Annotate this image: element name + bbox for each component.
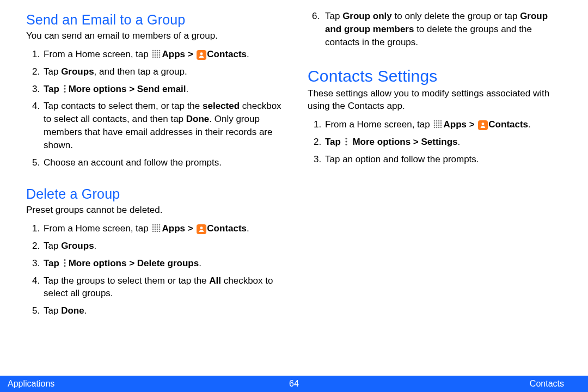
step-text: Tap (325, 137, 344, 147)
period: . (528, 119, 531, 130)
step-text: Tap (44, 258, 62, 268)
content-columns: Send an Email to a Group You can send an… (0, 0, 588, 370)
bold-text: selected (203, 101, 240, 111)
page: Send an Email to a Group You can send an… (0, 0, 588, 392)
bold-text: All (209, 275, 221, 286)
continued-steps-delete-group: Tap Group only to only delete the group … (308, 8, 566, 51)
period: . (247, 49, 249, 59)
step-item: Tap Group only to only delete the group … (324, 8, 566, 51)
intro-delete-group: Preset groups cannot be deleted. (26, 204, 285, 217)
contacts-icon (478, 120, 488, 130)
step-item: From a Home screen, tap Apps > Contacts. (42, 220, 285, 237)
step-text: Tap contacts to select them, or tap the (44, 101, 203, 111)
contacts-icon (197, 50, 206, 60)
apps-label: Apps > (162, 49, 195, 59)
step-text: Tap (44, 66, 61, 77)
step-text: to only delete the group or tap (392, 11, 520, 21)
more-options-icon (62, 259, 68, 267)
bold-text: More options > Send email (69, 84, 186, 94)
intro-contacts-settings: These settings allow you to modify setti… (308, 88, 566, 113)
contacts-icon (197, 224, 206, 234)
heading-contacts-settings: Contacts Settings (308, 67, 566, 85)
step-text: , and then tap a group. (94, 66, 187, 77)
step-text: Tap (44, 241, 61, 251)
step-item: From a Home screen, tap Apps > Contacts. (42, 46, 285, 63)
step-item: Tap an option and follow the prompts. (324, 151, 566, 168)
bold-text: Done (186, 114, 210, 124)
steps-delete-group: From a Home screen, tap Apps > Contacts.… (26, 220, 285, 320)
step-item: Tap Groups. (42, 237, 285, 255)
step-item: Tap More options > Send email. (42, 81, 285, 98)
bold-text: Groups (61, 241, 94, 251)
period: . (458, 137, 461, 147)
period: . (84, 305, 87, 316)
contacts-label: Contacts (488, 119, 528, 130)
period: . (94, 241, 97, 251)
footer-right-label: Contacts (530, 379, 564, 389)
bold-text: Done (61, 305, 84, 316)
apps-grid-icon (152, 224, 161, 232)
period: . (199, 258, 201, 268)
contacts-label: Contacts (207, 223, 247, 234)
step-item: From a Home screen, tap Apps > Contacts. (324, 116, 566, 133)
step-text: Tap the groups to select them or tap the (44, 275, 209, 286)
heading-delete-group: Delete a Group (26, 186, 285, 202)
step-text: Tap (44, 305, 61, 316)
bold-text: More options > Settings (350, 137, 458, 147)
step-text: From a Home screen, tap (44, 223, 151, 234)
step-item: Tap contacts to select them, or tap the … (42, 97, 285, 154)
heading-send-email: Send an Email to a Group (26, 12, 285, 28)
apps-grid-icon (433, 120, 442, 128)
more-options-icon (344, 137, 349, 146)
apps-grid-icon (152, 50, 161, 58)
steps-contacts-settings: From a Home screen, tap Apps > Contacts.… (308, 116, 566, 168)
step-item: Tap More options > Settings. (324, 133, 566, 151)
apps-label: Apps > (443, 119, 477, 130)
apps-label: Apps > (162, 223, 195, 234)
step-text: From a Home screen, tap (44, 49, 151, 59)
step-item: Tap Groups, and then tap a group. (42, 63, 285, 81)
step-item: Tap the groups to select them or tap the… (42, 272, 285, 303)
contacts-label: Contacts (207, 49, 247, 59)
step-item: Choose an account and follow the prompts… (42, 154, 285, 171)
period: . (186, 84, 189, 94)
period: . (247, 223, 249, 234)
step-text: Tap (325, 11, 342, 21)
bold-text: More options > Delete groups (69, 258, 199, 268)
left-column: Send an Email to a Group You can send an… (26, 8, 285, 370)
intro-send-email: You can send an email to members of a gr… (26, 30, 285, 42)
bold-text: Groups (61, 66, 94, 77)
bold-text: Group only (342, 11, 392, 21)
steps-send-email: From a Home screen, tap Apps > Contacts.… (26, 46, 285, 171)
right-column: Tap Group only to only delete the group … (308, 8, 566, 370)
page-footer: Applications 64 Contacts (0, 376, 588, 392)
footer-left-label: Applications (8, 379, 54, 389)
step-text: From a Home screen, tap (325, 119, 432, 130)
step-item: Tap More options > Delete groups. (42, 255, 285, 272)
page-number: 64 (289, 379, 299, 389)
step-item: Tap Done. (42, 302, 285, 320)
more-options-icon (62, 84, 68, 93)
step-text: Tap (44, 84, 62, 94)
